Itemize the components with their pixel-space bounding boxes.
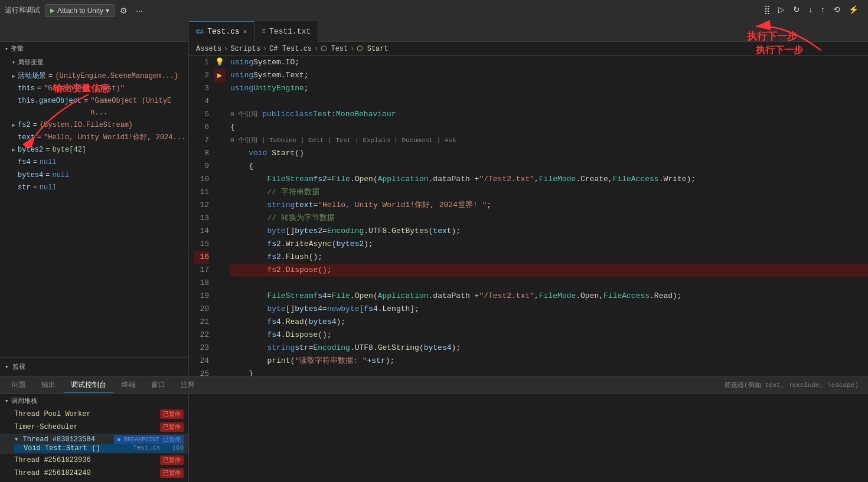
code-line-12: // 转换为字节数据 xyxy=(230,212,868,225)
variables-label: 变量 xyxy=(11,44,24,53)
code-line-14: fs2.WriteAsync(bytes2); xyxy=(230,238,868,251)
stack-thread-main[interactable]: ▾ Thread #830123584 ■ BREAKPOINT 已暂停 Voi… xyxy=(0,434,188,454)
stack-timer-scheduler[interactable]: Timer-Scheduler 已暂停 xyxy=(0,421,188,434)
debug-console[interactable] xyxy=(189,394,868,482)
var-bytes2[interactable]: ▶ bytes2 = byte[42] xyxy=(0,144,188,156)
tab-close-icon[interactable]: ✕ xyxy=(243,28,247,35)
var-this[interactable]: ▶ this = "GameObject (Test)" xyxy=(0,83,188,95)
left-panel: ▾ 变量 ▾ 局部变量 ▶ 活动场景 = {UnityEngine.SceneM… xyxy=(0,42,189,376)
var-fs2[interactable]: ▶ fs2 = {System.IO.FileStream} xyxy=(0,119,188,132)
var-str[interactable]: ▶ str = null xyxy=(0,182,188,194)
code-line-20: fs4.Read(bytes4); xyxy=(230,316,868,329)
tab-test1-txt[interactable]: ≡ Test1.txt xyxy=(254,21,318,42)
bottom-content: ▾ 调用堆栈 Thread Pool Worker 已暂停 Timer-Sche… xyxy=(0,394,868,482)
code-lines: using System.IO; using System.Text; usin… xyxy=(226,56,868,376)
collapse-arrow: ▾ xyxy=(5,45,8,53)
monitor-label: 监视 xyxy=(12,363,25,370)
tab-txt-icon: ≡ xyxy=(262,28,266,35)
expand-icon: ▶ xyxy=(12,158,15,168)
code-line-2: using System.Text; xyxy=(230,69,868,82)
expand-icon: ▶ xyxy=(12,72,15,81)
tab-test1-label: Test1.txt xyxy=(269,27,311,36)
debug-continue-btn[interactable]: ▷ xyxy=(775,2,788,17)
bottom-tabs: 问题 输出 调试控制台 终端 窗口 注释 筛选器(例如 text, !exclu… xyxy=(0,376,868,394)
expand-icon: ▶ xyxy=(12,171,15,181)
local-vars-header[interactable]: ▾ 局部变量 xyxy=(0,55,188,69)
code-line-3: using UnityEngine; xyxy=(230,82,868,95)
chevron-icon: ▾ xyxy=(106,6,109,15)
var-gameobject[interactable]: ▶ this.gameObject = "GameObject (UnityEn… xyxy=(0,95,188,119)
monitor-section: ▾ 监视 xyxy=(0,357,188,376)
attach-button[interactable]: ▶ Attach to Unity ▾ xyxy=(45,4,115,17)
code-line-6: { xyxy=(230,121,868,134)
var-active-scene[interactable]: ▶ 活动场景 = {UnityEngine.SceneManagem...} xyxy=(0,70,188,83)
monitor-header[interactable]: ▾ 监视 xyxy=(0,360,188,373)
run-debug-section: 运行和调试 xyxy=(5,5,40,15)
debug-columns-btn[interactable]: ⣿ xyxy=(761,2,774,17)
code-area: Assets › Scripts › C# Test.cs › ⬡ Test ›… xyxy=(189,42,868,376)
call-stack-label: 调用堆栈 xyxy=(11,396,37,405)
expand-icon: ▶ xyxy=(12,133,15,143)
expand-icon: ▶ xyxy=(12,84,15,94)
expand-icon: ▶ xyxy=(12,183,15,193)
code-line-21: fs4.Dispose(); xyxy=(230,329,868,342)
code-editor[interactable]: 1 2 3 4 5 6 7 8 9 10 11 12 13 14 15 16 1 xyxy=(189,56,868,376)
call-stack-panel: ▾ 调用堆栈 Thread Pool Worker 已暂停 Timer-Sche… xyxy=(0,394,189,482)
expand-icon: ▾ xyxy=(5,397,9,405)
settings-icon-btn[interactable]: ⚙ xyxy=(117,4,130,17)
line-numbers: 1 2 3 4 5 6 7 8 9 10 11 12 13 14 15 16 1 xyxy=(189,56,214,376)
expand-icon: ▶ xyxy=(12,146,15,155)
tab-window[interactable]: 窗口 xyxy=(144,378,172,393)
code-line-7: 0 个引用 | Tabnine | Edit | Test | Explain … xyxy=(230,134,868,160)
status-badge: 已暂停 xyxy=(160,409,184,419)
code-line-22: string str = Encoding.UTF8.GetString(byt… xyxy=(230,342,868,355)
code-line-19: byte[] bytes4 = new byte[fs4.Length]; xyxy=(230,303,868,316)
tab-output[interactable]: 输出 xyxy=(34,378,63,393)
status-badge: 已暂停 xyxy=(160,455,184,465)
debug-step-out-btn[interactable]: ↑ xyxy=(817,2,828,17)
collapse-icon: ▾ xyxy=(5,363,9,370)
code-line-10: // 字符串数据 xyxy=(230,186,868,199)
stack-thread-pool[interactable]: Thread Pool Worker 已暂停 xyxy=(0,408,188,421)
debug-restart-btn[interactable]: ↻ xyxy=(789,2,804,17)
gutter: 💡 ▶ xyxy=(214,56,226,376)
variables-section-header[interactable]: ▾ 变量 xyxy=(0,42,188,55)
debug-step-over-btn[interactable]: ↓ xyxy=(805,2,816,17)
tab-terminal[interactable]: 终端 xyxy=(115,378,143,393)
code-line-11: string text = "Hello, Unity World1!你好, 2… xyxy=(230,199,868,212)
var-fs4[interactable]: ▶ fs4 = null xyxy=(0,156,188,169)
play-icon: ▶ xyxy=(50,7,55,14)
tab-test-cs-label: Test.cs xyxy=(207,27,240,36)
status-badge: 已暂停 xyxy=(160,422,184,432)
debug-hot-reload-btn[interactable]: ⟲ xyxy=(830,2,844,17)
expand-icon: ▶ xyxy=(12,121,15,130)
tab-cs-icon: C# xyxy=(196,28,204,35)
main-area: ▾ 变量 ▾ 局部变量 ▶ 活动场景 = {UnityEngine.SceneM… xyxy=(0,42,868,376)
attach-section: ▶ Attach to Unity ▾ ⚙ ··· xyxy=(45,4,146,17)
tab-comments[interactable]: 注释 xyxy=(174,378,202,393)
var-bytes4[interactable]: ▶ bytes4 = null xyxy=(0,169,188,182)
code-line-9: FileStream fs2 = File.Open(Application.d… xyxy=(230,173,868,186)
code-line-18: FileStream fs4 = File.Open(Application.d… xyxy=(230,290,868,303)
call-stack-header[interactable]: ▾ 调用堆栈 xyxy=(0,394,188,408)
code-line-4 xyxy=(230,95,868,108)
code-line-5: 0 个引用 public class Test : MonoBehaviour xyxy=(230,108,868,121)
expand-icon: ▶ xyxy=(12,97,15,106)
attach-label: Attach to Unity xyxy=(57,6,103,15)
top-toolbar: 运行和调试 ▶ Attach to Unity ▾ ⚙ ··· ⣿ ▷ ↻ ↓ … xyxy=(0,0,868,21)
status-badge: 已暂停 xyxy=(160,468,184,478)
code-line-17 xyxy=(230,277,868,290)
more-icon-btn[interactable]: ··· xyxy=(133,4,146,17)
debug-disconnect-btn[interactable]: ⚡ xyxy=(845,2,862,17)
stack-thread-3[interactable]: Thread #2561824240 已暂停 xyxy=(0,467,188,480)
run-debug-label: 运行和调试 xyxy=(5,5,40,15)
tab-debug-console[interactable]: 调试控制台 xyxy=(64,378,113,393)
tab-problems[interactable]: 问题 xyxy=(5,378,33,393)
code-line-1: using System.IO; xyxy=(230,56,868,69)
var-text[interactable]: ▶ text = "Hello, Unity World1!你好, 2024..… xyxy=(0,132,188,144)
code-line-24: } xyxy=(230,368,868,376)
stack-thread-2[interactable]: Thread #2561823936 已暂停 xyxy=(0,454,188,467)
code-line-8: { xyxy=(230,160,868,173)
tab-test-cs[interactable]: C# Test.cs ✕ xyxy=(189,21,254,42)
tab-bar: C# Test.cs ✕ ≡ Test1.txt xyxy=(0,21,868,42)
